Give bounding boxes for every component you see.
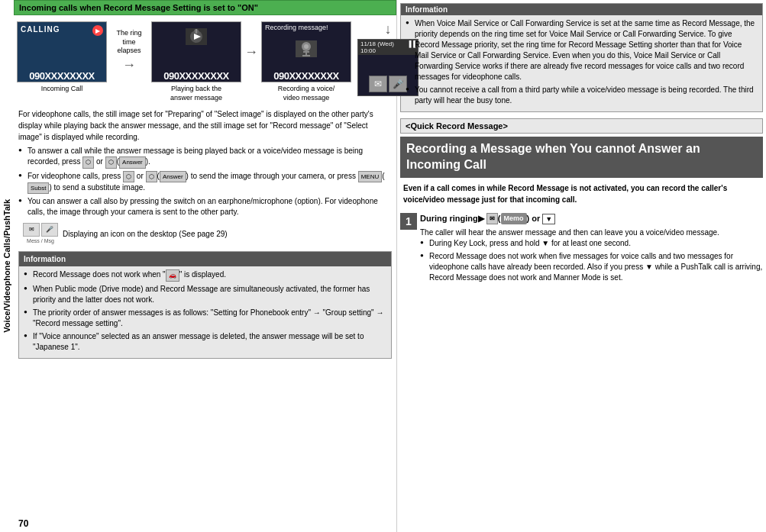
playing-back-image: 090XXXXXXXX [151, 21, 241, 82]
incoming-call-image: CALLING ▶ 090XXXXXXXX [17, 21, 107, 82]
step-body-1: The caller will hear the answer message … [420, 227, 763, 283]
subst-label: Subst [27, 182, 49, 194]
right-info-bullet-2: You cannot receive a call from a third p… [406, 85, 758, 106]
recording-number: 090XXXXXXXX [273, 70, 339, 82]
envelope-icon: ✉ [486, 213, 498, 224]
incoming-caption: Incoming Call [41, 85, 83, 94]
menu-btn: MENU [358, 171, 383, 182]
right-panel: Information When Voice Mail Service or C… [397, 0, 766, 532]
snap-icons: ✉ 🎤 [366, 73, 410, 95]
desk-icon-2: 🎤 [41, 223, 58, 237]
recording-caption: Recording a voice/video message [278, 85, 335, 102]
arrow-section-2: → [244, 21, 258, 60]
step-number-1: 1 [400, 213, 417, 230]
answer-btn-1: ⬡ [105, 156, 117, 168]
big-title: Recording a Message when You cannot Answ… [400, 137, 763, 178]
info-bullet-2: When Public mode (Drive mode) and Record… [24, 284, 386, 305]
recording-image: Recording message! 090XXXXXXXX [261, 21, 351, 82]
info-header-left: Information [19, 252, 391, 266]
info-bullet-3: The priority order of answer messages is… [24, 308, 386, 329]
step-bullet-2: Record Message does not work when five m… [420, 251, 763, 283]
bullet-2: For videophone calls, press ⬡ or ⬡(Answe… [18, 171, 392, 194]
main-content: Incoming calls when Record Message Setti… [14, 0, 396, 532]
arrow-down-icon: ↓ [385, 21, 392, 37]
desk-icon-1: ✉ [23, 223, 40, 237]
diagram-item-3: Recording message! 090XXXXXXXX Reco [261, 21, 351, 102]
calling-dot-icon: ▶ [92, 25, 103, 36]
memo-label: Memo [501, 213, 527, 224]
diagram-area: CALLING ▶ 090XXXXXXXX Incoming Call The … [14, 15, 396, 105]
down-arrow-btn: ▼ [542, 214, 555, 224]
sidebar-text: Voice/Videophone Calls/PushTalk [2, 199, 11, 333]
body-paragraph: For videophone calls, the still image se… [18, 108, 392, 143]
intro-text: Even if a call comes in while Record Mes… [400, 182, 763, 205]
svg-rect-10 [302, 55, 310, 56]
body-text: For videophone calls, the still image se… [14, 105, 396, 515]
answer-label-1: Answer [119, 156, 146, 168]
arrow-right-2-icon: → [244, 44, 258, 60]
msg-icon: ✉ [369, 76, 387, 92]
quick-record-header: <Quick Record Message> [400, 118, 763, 134]
info-bullet-1: Record Message does not work when "🚗" is… [24, 269, 386, 281]
rec-label: Recording message! [265, 24, 328, 31]
arrow-section-1: The ring time elapses → [110, 21, 148, 73]
step-bullet-1: During Key Lock, press and hold ▼ for at… [420, 238, 763, 249]
playing-number: 090XXXXXXXX [163, 70, 229, 82]
bullet-3: You can answer a call also by pressing t… [18, 196, 392, 218]
step-title-1: During ringing▶ ✉(Memo) or ▼ [420, 213, 763, 225]
record-icon [296, 40, 317, 59]
arrow-right-icon: → [122, 57, 136, 73]
desktop-caption: Displaying an icon on the desktop (See p… [63, 229, 228, 240]
bullet-1: To answer a call while the answer messag… [18, 146, 392, 168]
playing-caption: Playing back theanswer message [170, 85, 222, 102]
ring-time-note: The ring time elapses [110, 29, 148, 56]
page-number: 70 [14, 515, 396, 532]
info-box-left: Information Record Message does not work… [18, 251, 392, 358]
step-1-section: 1 During ringing▶ ✉(Memo) or ▼ The calle… [400, 213, 763, 286]
desktop-icon-area: ✉ 🎤 Mess / Msg Displaying an icon on the… [18, 220, 392, 249]
sidebar-label: Voice/Videophone Calls/PushTalk [0, 0, 14, 532]
diagram-item-2: 090XXXXXXXX Playing back theanswer messa… [151, 21, 241, 102]
incoming-number: 090XXXXXXXX [29, 70, 95, 82]
calling-label: CALLING [21, 25, 60, 34]
step-content-1: During ringing▶ ✉(Memo) or ▼ The caller … [420, 213, 763, 286]
right-info-bullet-1: When Voice Mail Service or Call Forwardi… [406, 18, 758, 82]
svg-rect-8 [303, 51, 309, 53]
mic-icon: 🎤 [389, 76, 407, 92]
right-info-box: Information When Voice Mail Service or C… [400, 3, 763, 112]
diagram-item-1: CALLING ▶ 090XXXXXXXX Incoming Call [17, 21, 107, 94]
icon-row-1: ✉ 🎤 [23, 223, 58, 237]
svg-rect-9 [305, 53, 307, 55]
drive-icon: 🚗 [166, 269, 179, 281]
section-header: Incoming calls when Record Message Setti… [14, 0, 396, 15]
answer-label-2: Answer [160, 171, 186, 182]
right-info-header: Information [401, 4, 762, 15]
info-bullet-4: If "Voice announce" selected as an answe… [24, 331, 386, 353]
desktop-icons: ✉ 🎤 Mess / Msg [23, 223, 58, 246]
camera-btn: ⬡ [82, 156, 94, 168]
icon-labels: Mess / Msg [27, 237, 54, 246]
vp-btn-1: ⬡ [123, 171, 134, 182]
play-icon [186, 28, 207, 47]
left-panel: Voice/Videophone Calls/PushTalk Incoming… [0, 0, 397, 532]
svg-point-7 [304, 44, 309, 49]
vp-btn-2: ⬡ [146, 171, 157, 182]
